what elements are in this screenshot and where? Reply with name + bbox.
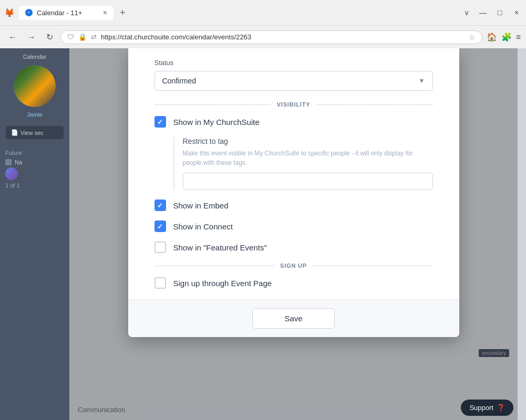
modal-footer: Save bbox=[128, 299, 459, 337]
restrict-desc: Make this event visible in My ChurchSuit… bbox=[183, 149, 433, 167]
save-button[interactable]: Save bbox=[252, 308, 334, 329]
active-tab[interactable]: + Calendar - 11+ × bbox=[19, 6, 114, 20]
sidebar-pagination: 1 of 1 bbox=[5, 182, 64, 188]
signup-divider: SIGN UP bbox=[154, 262, 433, 269]
sidebar-avatar bbox=[14, 65, 56, 107]
support-icon: ❓ bbox=[497, 404, 505, 412]
support-label: Support bbox=[469, 404, 493, 412]
status-label: Status bbox=[154, 59, 433, 67]
show-churchsuite-checkbox[interactable] bbox=[154, 116, 166, 128]
divider-right bbox=[316, 104, 432, 105]
show-featured-checkbox[interactable] bbox=[154, 242, 166, 253]
show-churchsuite-label: Show in My ChurchSuite bbox=[173, 118, 260, 127]
select-arrow-icon: ▼ bbox=[419, 77, 425, 85]
close-window-button[interactable]: × bbox=[511, 8, 522, 17]
extensions-icon[interactable]: 🧩 bbox=[501, 32, 512, 42]
minimize-button[interactable]: — bbox=[478, 8, 488, 17]
nav-right-buttons: 🏠 🧩 ≡ bbox=[487, 32, 521, 42]
title-bar: 🦊 + Calendar - 11+ × + ∨ — □ × bbox=[0, 0, 526, 25]
tab-title: Calendar - 11+ bbox=[37, 9, 82, 17]
url-text: https://ctat.churchsuite.com/calendar/ev… bbox=[101, 33, 251, 41]
browser-chrome: 🦊 + Calendar - 11+ × + ∨ — □ × ← → ↻ 🛡 🔒… bbox=[0, 0, 526, 48]
sidebar-name: Jamie bbox=[27, 111, 42, 118]
avatar-image bbox=[14, 65, 56, 107]
future-label: Future bbox=[5, 150, 64, 156]
show-connect-checkbox[interactable] bbox=[154, 220, 166, 232]
sidebar-na-label: Na bbox=[15, 159, 22, 165]
address-bar[interactable]: 🛡 🔒 ⇄ https://ctat.churchsuite.com/calen… bbox=[60, 30, 482, 44]
sidebar-checkbox[interactable] bbox=[5, 159, 12, 165]
sidebar-checkbox-row-2 bbox=[5, 167, 64, 180]
nav-bar: ← → ↻ 🛡 🔒 ⇄ https://ctat.churchsuite.com… bbox=[0, 25, 526, 48]
background-page: Calendar Jamie 📄 View sec Future Na 1 of… bbox=[0, 48, 526, 420]
show-featured-row: Show in "Featured Events" bbox=[154, 242, 433, 253]
sidebar-checkbox-row: Na bbox=[5, 159, 64, 165]
bookmark-icon[interactable]: ☆ bbox=[469, 33, 476, 41]
divider-left bbox=[154, 104, 271, 105]
visibility-section-title: VISIBILITY bbox=[277, 101, 311, 108]
tab-overflow-button[interactable]: ∨ bbox=[464, 8, 469, 17]
show-connect-label: Show in Connect bbox=[173, 222, 233, 231]
new-tab-button[interactable]: + bbox=[116, 5, 130, 20]
restrict-to-tag-section: Restrict to tag Make this event visible … bbox=[173, 137, 433, 190]
pocket-icon[interactable]: 🏠 bbox=[487, 32, 497, 42]
show-embed-label: Show in Embed bbox=[173, 201, 229, 210]
shield-icon: 🛡 bbox=[67, 33, 74, 41]
support-button[interactable]: Support ❓ bbox=[461, 400, 513, 416]
restore-button[interactable]: □ bbox=[494, 8, 505, 17]
menu-button[interactable]: ≡ bbox=[516, 33, 521, 42]
forward-button[interactable]: → bbox=[24, 30, 39, 44]
signup-divider-right bbox=[313, 266, 433, 266]
show-churchsuite-row: Show in My ChurchSuite bbox=[154, 116, 433, 128]
document-icon: 📄 bbox=[11, 129, 18, 136]
firefox-icon: 🦊 bbox=[4, 7, 15, 18]
status-value: Confirmed bbox=[162, 77, 197, 85]
view-security-button[interactable]: 📄 View sec bbox=[6, 126, 64, 139]
signup-event-page-checkbox[interactable] bbox=[154, 277, 166, 289]
sidebar-mini-avatar bbox=[5, 167, 18, 180]
back-button[interactable]: ← bbox=[5, 30, 20, 44]
right-scrollbar[interactable] bbox=[518, 48, 526, 420]
modal-body: Status Confirmed ▼ VISIBILITY Show in My… bbox=[128, 48, 459, 289]
signup-event-page-label: Sign up through Event Page bbox=[173, 279, 272, 288]
network-icon: ⇄ bbox=[91, 33, 97, 41]
show-connect-row: Show in Connect bbox=[154, 220, 433, 232]
left-sidebar: Calendar Jamie 📄 View sec Future Na 1 of… bbox=[0, 48, 69, 420]
tab-close-button[interactable]: × bbox=[103, 9, 107, 16]
tab-bar: + Calendar - 11+ × + ∨ bbox=[19, 5, 469, 20]
show-embed-checkbox[interactable] bbox=[154, 200, 166, 211]
refresh-button[interactable]: ↻ bbox=[43, 30, 56, 44]
visibility-divider: VISIBILITY bbox=[154, 101, 433, 108]
main-content: Status Confirmed ▼ VISIBILITY Show in My… bbox=[69, 48, 518, 420]
show-featured-label: Show in "Featured Events" bbox=[173, 243, 267, 252]
signup-divider-left bbox=[154, 266, 274, 266]
sidebar-section: Future Na 1 of 1 bbox=[0, 150, 69, 188]
event-modal: Status Confirmed ▼ VISIBILITY Show in My… bbox=[128, 48, 459, 337]
window-controls: — □ × bbox=[478, 8, 522, 17]
tag-search-wrapper: 🔍 bbox=[183, 173, 433, 190]
signup-section-title: SIGN UP bbox=[280, 262, 307, 269]
status-select[interactable]: Confirmed ▼ bbox=[154, 71, 433, 91]
lock-icon: 🔒 bbox=[78, 33, 87, 41]
tag-search-input[interactable] bbox=[183, 173, 433, 190]
show-embed-row: Show in Embed bbox=[154, 200, 433, 211]
restrict-title: Restrict to tag bbox=[183, 137, 433, 145]
tab-favicon: + bbox=[25, 9, 33, 16]
sidebar-calendar-label: Calendar bbox=[23, 54, 47, 60]
signup-event-page-row: Sign up through Event Page bbox=[154, 277, 433, 289]
